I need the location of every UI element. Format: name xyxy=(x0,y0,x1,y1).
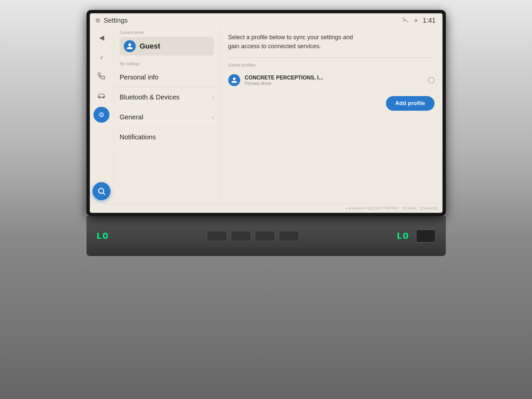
main-content: ◀ ♪ ⚙ xyxy=(90,26,443,203)
top-bar-right: ★ 1:41 xyxy=(402,17,436,24)
driver-item[interactable]: Guest xyxy=(120,37,214,56)
general-arrow-icon: › xyxy=(212,114,214,120)
svg-line-4 xyxy=(103,193,105,195)
content-panel: Select a profile below to sync your sett… xyxy=(220,26,443,203)
hvac-button-group2 xyxy=(231,231,251,241)
bluetooth-devices-label: Bluetooth & Devices xyxy=(120,93,180,101)
personal-info-menu-item[interactable]: Personal info xyxy=(114,67,220,87)
driver-avatar xyxy=(124,40,136,52)
bluetooth-devices-menu-item[interactable]: Bluetooth & Devices › xyxy=(114,87,220,107)
profile-role: Primary driver xyxy=(245,81,423,86)
personal-info-label: Personal info xyxy=(120,73,159,81)
notifications-label: Notifications xyxy=(120,133,156,141)
profile-info: CONCRETE PERCEPTIONS, I... Primary drive… xyxy=(245,75,423,86)
car-nav-button[interactable] xyxy=(93,87,109,103)
left-temp-display: LO xyxy=(96,231,109,241)
profile-item[interactable]: CONCRETE PERCEPTIONS, I... Primary drive… xyxy=(228,71,435,89)
music-nav-button[interactable]: ♪ xyxy=(93,49,109,65)
svg-point-3 xyxy=(98,188,103,193)
current-driver-label: Current driver xyxy=(120,30,214,35)
time-display: 1:41 xyxy=(423,17,436,24)
bluetooth-devices-arrow-icon: › xyxy=(212,94,214,100)
car-surround: ⚙ Settings ★ 1:41 xyxy=(0,0,532,399)
profile-name: CONCRETE PERCEPTIONS, I... xyxy=(245,75,423,81)
hvac-button-group xyxy=(207,231,227,241)
muted-icon xyxy=(402,17,409,24)
settings-nav-button[interactable]: ⚙ xyxy=(93,107,109,123)
settings-gear-icon: ⚙ xyxy=(95,17,100,24)
screen-bezel: ⚙ Settings ★ 1:41 xyxy=(87,10,446,216)
gracenote-logo: ● gracenote A NIELSEN COMPANY xyxy=(346,206,399,210)
general-label: General xyxy=(120,113,143,121)
top-bar: ⚙ Settings ★ 1:41 xyxy=(90,13,443,26)
driver-section: Current driver Guest xyxy=(114,26,220,58)
bluetooth-icon: ★ xyxy=(414,17,418,24)
settings-panel: Current driver Guest My settings xyxy=(114,26,220,203)
hvac-button-group4 xyxy=(279,231,299,241)
infotainment-screen: ⚙ Settings ★ 1:41 xyxy=(90,13,443,213)
my-settings-label: My settings xyxy=(114,58,220,67)
bottom-bar: ● gracenote A NIELSEN COMPANY HD Radio (… xyxy=(90,203,443,213)
add-profile-button[interactable]: Add profile xyxy=(386,96,435,111)
general-menu-item[interactable]: General › xyxy=(114,107,220,127)
search-fab-button[interactable] xyxy=(92,182,110,200)
hd-radio-logo: HD Radio xyxy=(402,206,417,210)
profile-avatar xyxy=(228,74,240,86)
driver-name: Guest xyxy=(140,42,160,51)
saved-profiles-label: Saved profiles xyxy=(228,58,435,67)
notifications-menu-item[interactable]: Notifications xyxy=(114,127,220,147)
profile-radio[interactable] xyxy=(428,77,435,83)
profile-description: Select a profile below to sync your sett… xyxy=(228,33,355,51)
nav-sidebar: ◀ ♪ ⚙ xyxy=(90,26,114,203)
hvac-controls: LO LO xyxy=(87,216,446,256)
phone-nav-button[interactable] xyxy=(93,68,109,84)
right-temp-display: LO xyxy=(397,231,409,241)
siriusxm-logo: ((SiriusXM)) xyxy=(420,206,438,210)
settings-title: Settings xyxy=(104,17,128,24)
back-button[interactable]: ◀ xyxy=(93,30,109,46)
top-bar-left: ⚙ Settings xyxy=(95,17,128,24)
usb-port[interactable] xyxy=(416,229,436,243)
hvac-button-group3 xyxy=(255,231,275,241)
